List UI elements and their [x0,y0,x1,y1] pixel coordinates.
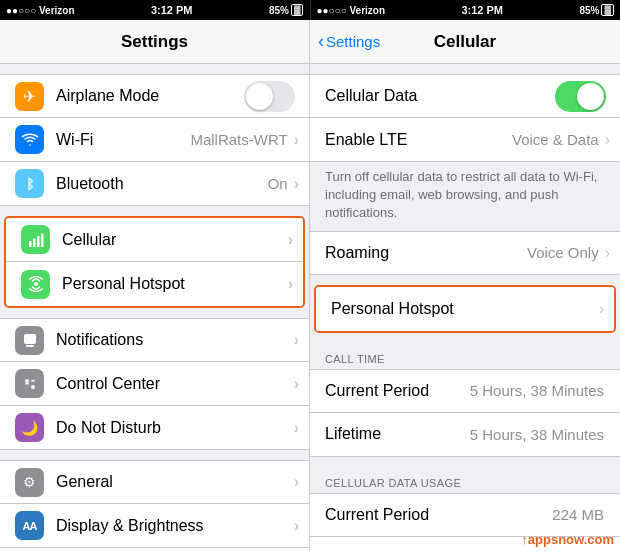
r-cellular-data-label: Cellular Data [325,87,555,105]
right-carrier: ●●○○○ Verizon [317,5,386,16]
general-label: General [56,473,294,491]
svg-rect-1 [33,238,36,247]
r-divider-4 [310,457,620,467]
r-cell-enable-lte[interactable]: Enable LTE Voice & Data › [310,118,620,162]
wifi-icon [15,125,44,154]
right-time: 3:12 PM [461,4,503,16]
r-section-roaming: Roaming Voice Only › [310,231,620,275]
r-divider-top [310,64,620,74]
dnd-chevron: › [294,419,299,437]
cell-wifi[interactable]: Wi-Fi MallRats-WRT › [0,118,309,162]
r-lte-note: Turn off cellular data to restrict all d… [310,162,620,231]
general-icon: ⚙ [15,468,44,497]
r-divider-3 [310,333,620,343]
cellular-label: Cellular [62,231,288,249]
nav-back-button[interactable]: ‹ Settings [318,31,380,52]
r-cell-current-period: Current Period 5 Hours, 38 Minutes [310,369,620,413]
r-lifetime-label: Lifetime [325,425,470,443]
display-label: Display & Brightness [56,517,294,535]
right-settings-list[interactable]: Cellular Data Enable LTE Voice & Data › … [310,64,620,551]
svg-point-8 [31,385,35,389]
dnd-label: Do Not Disturb [56,419,294,437]
left-time: 3:12 PM [151,4,193,16]
r-section-data-usage: Current Period 224 MB Current Period Roa… [310,493,620,551]
r-roaming-value: Voice Only [527,244,599,261]
left-nav-title: Settings [121,32,188,52]
left-panel: Settings ✈ Airplane Mode [0,20,310,551]
bluetooth-label: Bluetooth [56,175,268,193]
control-center-icon [15,369,44,398]
highlighted-cellular-group: Cellular › Personal Hotspot [4,216,305,308]
section-connectivity: ✈ Airplane Mode [0,74,309,206]
cell-notifications[interactable]: Notifications › [0,318,309,362]
bluetooth-icon: ᛒ [15,169,44,198]
svg-rect-10 [31,380,35,382]
control-center-chevron: › [294,375,299,393]
divider-4 [0,450,309,460]
cell-personal-hotspot[interactable]: Personal Hotspot › [6,262,303,306]
right-battery: 85% ▓ [579,4,614,16]
r-hotspot-label: Personal Hotspot [331,300,599,318]
cell-do-not-disturb[interactable]: 🌙 Do Not Disturb › [0,406,309,450]
hotspot-icon [21,270,50,299]
r-roaming-label: Roaming [325,244,527,262]
r-section-top: Cellular Data Enable LTE Voice & Data › [310,74,620,162]
notifications-label: Notifications [56,331,294,349]
r-cell-personal-hotspot[interactable]: Personal Hotspot › [316,287,614,331]
airplane-icon: ✈ [15,82,44,111]
bluetooth-chevron: › [294,175,299,193]
airplane-toggle-thumb [246,83,273,110]
svg-rect-2 [37,236,40,247]
airplane-toggle[interactable] [244,81,295,112]
left-status-bar: ●●○○○ Verizon 3:12 PM 85% ▓ [0,0,310,20]
r-cellular-data-toggle[interactable] [555,81,606,112]
divider-3 [0,308,309,318]
left-carrier: ●●○○○ Verizon [6,5,75,16]
display-chevron: › [294,517,299,535]
svg-point-7 [25,379,29,383]
general-chevron: › [294,473,299,491]
svg-rect-6 [26,345,34,347]
bluetooth-value: On [268,175,288,192]
r-cell-lifetime: Lifetime 5 Hours, 38 Minutes [310,413,620,457]
cellular-chevron: › [288,231,293,249]
r-current-period-label: Current Period [325,382,470,400]
svg-rect-0 [29,241,32,247]
r-data-current-label: Current Period [325,506,552,524]
cell-cellular[interactable]: Cellular › [6,218,303,262]
cell-bluetooth[interactable]: ᛒ Bluetooth On › [0,162,309,206]
divider-2 [0,206,309,216]
section-appearance: ⚙ General › AA Display & Brightness › 🌅 … [0,460,309,551]
back-chevron-icon: ‹ [318,31,324,52]
r-divider-2 [310,275,620,285]
divider-top [0,64,309,74]
r-call-time-header: CALL TIME [310,343,620,369]
display-icon: AA [15,511,44,540]
wifi-label: Wi-Fi [56,131,190,149]
r-current-period-value: 5 Hours, 38 Minutes [470,382,604,399]
r-toggle-thumb [577,83,604,110]
r-enable-lte-chevron: › [605,131,610,149]
right-nav-title: Cellular [434,32,496,52]
r-cell-cellular-data[interactable]: Cellular Data [310,74,620,118]
svg-point-4 [34,282,38,286]
right-status-bar: ●●○○○ Verizon 3:12 PM 85% ▓ [310,0,621,20]
dnd-icon: 🌙 [15,413,44,442]
r-roaming-chevron: › [605,244,610,262]
cell-control-center[interactable]: Control Center › [0,362,309,406]
r-cell-roaming[interactable]: Roaming Voice Only › [310,231,620,275]
section-system: Notifications › Control Center › [0,318,309,450]
r-section-call-time: Current Period 5 Hours, 38 Minutes Lifet… [310,369,620,457]
cell-airplane-mode[interactable]: ✈ Airplane Mode [0,74,309,118]
svg-rect-3 [41,233,44,247]
personal-hotspot-chevron: › [288,275,293,293]
main-panels: Settings ✈ Airplane Mode [0,20,620,551]
r-enable-lte-value: Voice & Data [512,131,599,148]
wifi-chevron: › [294,131,299,149]
cell-display-brightness[interactable]: AA Display & Brightness › [0,504,309,548]
cell-general[interactable]: ⚙ General › [0,460,309,504]
left-settings-list[interactable]: ✈ Airplane Mode [0,64,309,551]
r-cell-data-roaming: Current Period Roaming ... [310,537,620,551]
airplane-label: Airplane Mode [56,87,244,105]
r-hotspot-highlighted: Personal Hotspot › [314,285,616,333]
